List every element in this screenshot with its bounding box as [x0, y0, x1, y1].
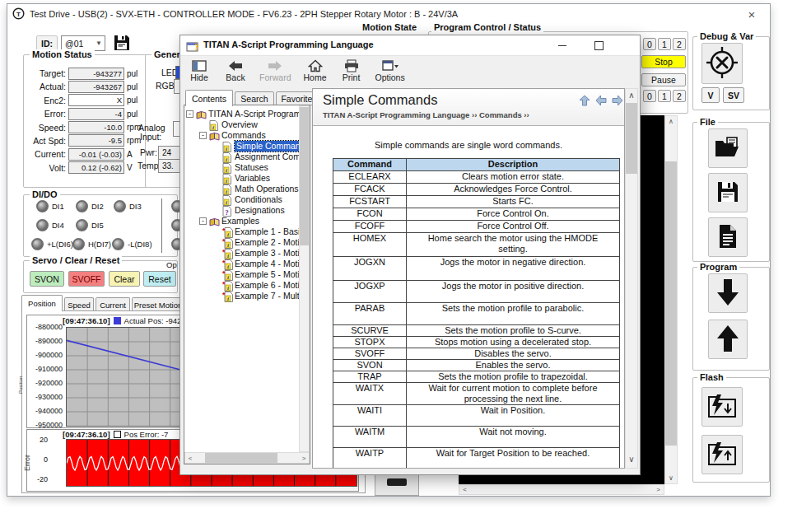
command-cell: WAITI: [333, 405, 407, 427]
tree-item[interactable]: Assignment Comma: [235, 152, 299, 162]
pause-button[interactable]: Pause: [641, 73, 686, 86]
home-button[interactable]: Home: [303, 58, 328, 87]
v-button[interactable]: V: [701, 87, 720, 103]
tree-expander-icon[interactable]: [186, 110, 193, 118]
tree-item[interactable]: Example 5 - Motion v: [235, 269, 299, 280]
field-value: -943277: [68, 68, 124, 80]
tree-item[interactable]: Example 2 - Motion v: [235, 237, 299, 248]
tree-item[interactable]: Example 1 - Basic M: [235, 226, 299, 237]
nav-previous-button[interactable]: [595, 95, 608, 106]
slot0-button[interactable]: 0: [643, 38, 656, 50]
save-id-button[interactable]: [113, 34, 131, 52]
tree-expander-icon[interactable]: [199, 217, 207, 225]
topic-icon: i: [222, 173, 234, 184]
options-label: Options: [375, 72, 405, 82]
print-button[interactable]: Print: [339, 58, 364, 87]
scroll-up-icon[interactable]: [664, 116, 678, 127]
motion-row: Enc2:Xpul: [28, 95, 141, 106]
content-vscroll-thumb[interactable]: [626, 103, 637, 174]
maximize-button[interactable]: [585, 35, 612, 55]
tree-hscroll-thumb[interactable]: [205, 453, 277, 463]
file-save-button[interactable]: [708, 173, 748, 212]
scroll-down-icon[interactable]: [664, 473, 678, 483]
nav-up-button[interactable]: [579, 95, 591, 106]
tree-item[interactable]: Example 7 - Multi-thr: [235, 291, 299, 301]
tree-item[interactable]: Conditionals: [235, 194, 282, 205]
tab-speed[interactable]: Speed: [64, 297, 94, 311]
reset-button[interactable]: Reset: [143, 271, 176, 287]
scroll-down-icon[interactable]: [625, 454, 638, 464]
editor-hscrollbar[interactable]: [459, 484, 664, 495]
description-cell: Jogs the motor in negative direction.: [407, 257, 620, 281]
tab-contents[interactable]: Contents: [185, 90, 233, 106]
tree-expander-icon[interactable]: [199, 132, 207, 139]
program-upload-button[interactable]: [708, 320, 748, 359]
scroll-left-icon[interactable]: [459, 484, 470, 495]
description-cell: Wait for current motion to complete befo…: [407, 383, 620, 405]
options-button[interactable]: Options: [375, 58, 405, 87]
tree-item[interactable]: Statuses: [235, 162, 268, 173]
field-value[interactable]: X: [68, 94, 124, 106]
tree-item[interactable]: Overview: [221, 119, 258, 130]
book-icon: [209, 216, 221, 226]
legend-checkbox-icon[interactable]: [114, 431, 121, 438]
description-cell: Home search the motor using the HMODE se…: [407, 233, 620, 257]
minimize-button[interactable]: [549, 35, 576, 55]
scroll-right-icon[interactable]: [653, 484, 664, 495]
help-book-icon: ?: [186, 39, 199, 52]
tree-vscroll-thumb[interactable]: [300, 107, 309, 245]
slot0-button-2[interactable]: 0: [643, 90, 656, 102]
tree-item[interactable]: Variables: [235, 173, 270, 184]
tab-position[interactable]: Position: [21, 295, 63, 311]
tree-item[interactable]: Simple Commands: [235, 141, 299, 152]
tree-item[interactable]: TITAN A-Script Programming: [208, 109, 299, 119]
commands-table-body: ECLEARXClears motion error state.FCACKAc…: [333, 171, 620, 469]
slot1-button-2[interactable]: 1: [658, 90, 671, 102]
motion-row: Current:-0.01 (-0.03)A: [28, 148, 141, 160]
file-new-button[interactable]: [708, 217, 748, 257]
scroll-left-icon[interactable]: [185, 453, 195, 463]
clear-button[interactable]: Clear: [109, 271, 140, 287]
scroll-up-icon[interactable]: [625, 90, 638, 100]
slot2-button-2[interactable]: 2: [673, 90, 686, 102]
tree-item[interactable]: Examples: [221, 216, 259, 226]
stop-button[interactable]: Stop: [641, 55, 686, 68]
topic-new-icon: i*: [222, 269, 234, 280]
editor-vscroll-thumb[interactable]: [665, 161, 677, 446]
slot2-button[interactable]: 2: [673, 38, 686, 50]
field-unit: rpm: [127, 136, 141, 145]
tree-item[interactable]: Designations: [235, 205, 285, 216]
tree-item[interactable]: Math Operations: [235, 184, 299, 194]
field-unit: A: [127, 150, 133, 159]
debug-button[interactable]: [701, 43, 743, 84]
svon-button[interactable]: SVON: [30, 271, 64, 287]
tab-search[interactable]: Search: [235, 91, 274, 105]
tree-item[interactable]: Example 3 - Motion v: [235, 248, 299, 259]
program-download-button[interactable]: [708, 273, 748, 313]
sv-button[interactable]: SV: [723, 87, 744, 103]
file-open-button[interactable]: [708, 128, 748, 168]
scroll-right-icon[interactable]: [299, 453, 309, 463]
tree-item[interactable]: Example 4 - Motion v: [235, 259, 299, 269]
tab-current[interactable]: Current: [96, 297, 130, 311]
tree-item[interactable]: Example 6 - Motion v: [235, 280, 299, 291]
svoff-button[interactable]: SVOFF: [68, 271, 105, 287]
command-cell: FCON: [333, 208, 407, 221]
di-led-indicator: [112, 238, 124, 250]
hide-button[interactable]: Hide: [187, 58, 212, 87]
command-cell: FCSTART: [333, 196, 407, 208]
slot1-button[interactable]: 1: [658, 38, 671, 50]
flash-store-button[interactable]: [701, 387, 743, 427]
motion-status-title: Motion Status: [30, 49, 95, 59]
back-button[interactable]: Back: [223, 58, 248, 87]
motion-row: Volt:0.12 (-0.62)V: [28, 162, 141, 174]
flash-load-button[interactable]: [701, 435, 743, 474]
close-icon[interactable]: ×: [739, 5, 764, 23]
y-axis-tick-label: -910000: [26, 365, 63, 373]
nav-next-button[interactable]: [612, 95, 624, 106]
tab-preset-motion[interactable]: Preset Motion: [132, 297, 184, 311]
document-icon: [718, 224, 738, 250]
field-unit: pul: [127, 69, 137, 78]
tree-item[interactable]: Commands: [221, 130, 266, 141]
debug-crosshair-icon: [705, 45, 739, 82]
